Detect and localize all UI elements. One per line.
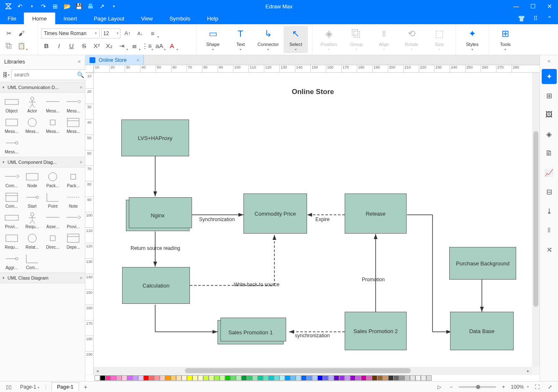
chart-panel-button[interactable]: 📈 xyxy=(542,165,557,180)
color-swatch[interactable] xyxy=(366,375,372,381)
color-swatch[interactable] xyxy=(111,375,116,381)
color-swatch[interactable] xyxy=(160,375,165,381)
node-release[interactable]: Release xyxy=(345,193,407,234)
size-button[interactable]: ⬚Size▾ xyxy=(427,26,451,53)
page-list-button[interactable]: ▯▯ xyxy=(3,383,14,391)
save-button[interactable]: 💾 xyxy=(73,0,84,12)
grid-panel-button[interactable]: ⊞ xyxy=(542,88,557,103)
undo-button[interactable]: ↶ xyxy=(14,0,26,12)
color-swatch[interactable] xyxy=(241,375,247,381)
shape-tool-button[interactable]: ▭Shape▾ xyxy=(201,26,225,53)
search-icon[interactable]: 🔍 xyxy=(77,71,84,78)
color-swatch[interactable] xyxy=(247,375,252,381)
library-category-button[interactable]: 🗄▾ xyxy=(3,70,10,80)
tab-page-layout[interactable]: Page Layout xyxy=(85,13,133,24)
section-uml-class[interactable]: ▾UML Class Diagram× xyxy=(0,272,85,283)
node-lvs[interactable]: LVS+HAProxy xyxy=(121,120,189,156)
node-promo2[interactable]: Sales Promotion 2 xyxy=(345,312,407,350)
font-name-select[interactable]: Times New Roman▾ xyxy=(41,28,100,38)
shape-item[interactable]: Mess... xyxy=(43,115,63,135)
collapse-libraries-icon[interactable]: « xyxy=(78,59,81,64)
undo-dropdown-icon[interactable]: ▾ xyxy=(26,0,38,12)
node-calc[interactable]: Calculation xyxy=(122,267,190,304)
color-swatch[interactable] xyxy=(225,375,230,381)
minimize-button[interactable]: — xyxy=(508,0,525,13)
new-button[interactable]: ⊞ xyxy=(49,0,61,12)
shape-item[interactable]: Direc... xyxy=(43,231,63,250)
group-button[interactable]: ⿻Group▾ xyxy=(344,26,369,53)
horizontal-scrollbar[interactable]: ◂ ▸ xyxy=(94,367,532,374)
color-swatch[interactable] xyxy=(95,375,100,381)
node-db[interactable]: Data Base xyxy=(450,312,514,350)
shape-item[interactable]: Requ... xyxy=(2,231,21,250)
shape-item[interactable]: Mess... xyxy=(2,135,21,155)
color-swatch[interactable] xyxy=(377,375,383,381)
page-panel-button[interactable]: 🗎 xyxy=(542,146,557,161)
color-swatch[interactable] xyxy=(339,375,345,381)
grow-font-button[interactable]: A↑ xyxy=(122,28,133,39)
color-swatch[interactable] xyxy=(171,375,176,381)
color-swatch[interactable] xyxy=(220,375,225,381)
shape-item[interactable]: Com... xyxy=(2,169,21,189)
close-section-icon[interactable]: × xyxy=(80,275,82,280)
tab-file[interactable]: File xyxy=(0,13,24,24)
color-swatch[interactable] xyxy=(404,375,410,381)
close-section-icon[interactable]: × xyxy=(80,160,82,165)
font-size-select[interactable]: 12▾ xyxy=(101,28,120,38)
zoom-slider[interactable] xyxy=(458,386,496,388)
shape-item[interactable]: Start xyxy=(22,190,42,209)
color-swatch[interactable] xyxy=(301,375,307,381)
color-swatch[interactable] xyxy=(356,375,361,381)
print-button[interactable]: 🖶 xyxy=(84,0,96,12)
hscroll-thumb[interactable] xyxy=(185,368,411,373)
color-swatch[interactable] xyxy=(394,375,399,381)
color-swatch[interactable] xyxy=(421,375,426,381)
vertical-scrollbar[interactable] xyxy=(532,73,540,367)
color-swatch[interactable] xyxy=(230,375,236,381)
presentation-button[interactable]: ▷ xyxy=(435,383,444,391)
color-swatch[interactable] xyxy=(426,375,432,381)
bold-button[interactable]: B xyxy=(41,41,52,51)
export-button[interactable]: ↗ xyxy=(96,0,108,12)
shape-item[interactable]: Mess... xyxy=(2,115,21,135)
superscript-button[interactable]: X² xyxy=(91,41,102,51)
rotate-button[interactable]: ⟲Rotate▾ xyxy=(399,26,424,53)
color-swatch[interactable] xyxy=(383,375,388,381)
color-swatch[interactable] xyxy=(116,375,122,381)
shape-item[interactable]: Requ... xyxy=(22,210,42,230)
color-swatch[interactable] xyxy=(269,375,274,381)
hscroll-left-icon[interactable]: ◂ xyxy=(94,368,101,374)
color-swatch[interactable] xyxy=(307,375,312,381)
shape-item[interactable]: Object xyxy=(2,94,21,114)
color-swatch[interactable] xyxy=(133,375,138,381)
page-selector[interactable]: Page-1 ▾ xyxy=(17,383,43,391)
node-nginx[interactable]: Nginx xyxy=(126,200,189,231)
color-swatch[interactable] xyxy=(328,375,334,381)
color-swatch[interactable] xyxy=(182,375,187,381)
format-painter-button[interactable]: 🖌 xyxy=(16,28,27,39)
layers-panel-button[interactable]: ◈ xyxy=(542,127,557,142)
collapse-ribbon-icon[interactable]: ⌃ xyxy=(545,15,555,22)
add-page-button[interactable]: + xyxy=(82,383,90,391)
color-swatch[interactable] xyxy=(410,375,415,381)
color-swatch[interactable] xyxy=(263,375,269,381)
color-swatch[interactable] xyxy=(296,375,301,381)
tab-help[interactable]: Help xyxy=(199,13,227,24)
color-swatch[interactable] xyxy=(198,375,203,381)
library-search-input[interactable] xyxy=(14,72,77,78)
close-section-icon[interactable]: × xyxy=(80,85,82,90)
color-swatch[interactable] xyxy=(203,375,209,381)
color-swatch[interactable] xyxy=(127,375,133,381)
line-spacing-button[interactable]: ≡ xyxy=(147,28,158,39)
zoom-in-button[interactable]: + xyxy=(499,383,507,391)
close-tab-icon[interactable]: × xyxy=(137,58,139,63)
color-swatch[interactable] xyxy=(323,375,328,381)
color-swatch[interactable] xyxy=(176,375,182,381)
indent-button[interactable]: ⇥ xyxy=(116,41,127,51)
color-swatch[interactable] xyxy=(415,375,421,381)
redo-button[interactable]: ↷ xyxy=(38,0,49,12)
color-swatch[interactable] xyxy=(165,375,171,381)
color-swatch[interactable] xyxy=(279,375,285,381)
fit-page-button[interactable]: ⛶ xyxy=(532,383,542,391)
shape-item[interactable]: Mess... xyxy=(43,94,63,114)
